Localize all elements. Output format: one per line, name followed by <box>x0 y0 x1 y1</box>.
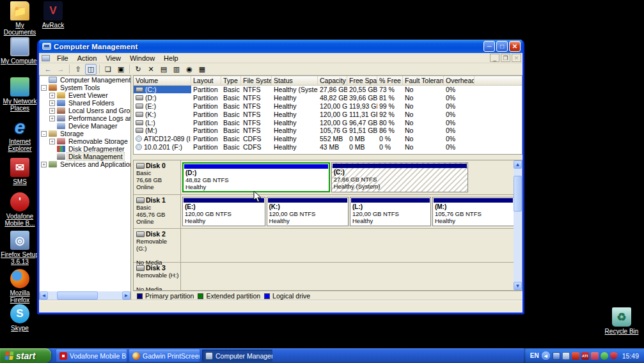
maximize-button[interactable]: □ <box>496 41 508 52</box>
tree-toggle[interactable]: + <box>49 108 55 114</box>
column-header-volume[interactable]: Volume <box>134 76 191 85</box>
column-header-layout[interactable]: Layout <box>191 76 221 85</box>
column-header-free-space[interactable]: Free Space <box>347 76 377 85</box>
desktop-icon-avrack[interactable]: VAvRack <box>33 1 73 29</box>
volume-row-aticd12-089-i[interactable]: ATICD12-089 (I:)PartitionBasicCDFSHealth… <box>134 135 522 143</box>
display-icon[interactable] <box>553 352 560 360</box>
partition-e[interactable]: (E:)120,00 GB NTFSHealthy <box>182 197 265 226</box>
delete-button[interactable]: ✕ <box>145 64 157 75</box>
volume-row-k[interactable]: (K:)PartitionBasicNTFSHealthy120,00 GB11… <box>134 110 522 118</box>
volume-row-e[interactable]: (E:)PartitionBasicNTFSHealthy120,00 GB11… <box>134 102 522 111</box>
column-header-type[interactable]: Type <box>221 76 241 85</box>
tree-toggle[interactable]: - <box>41 85 47 91</box>
desktop-icon-mozilla-firefox[interactable]: Mozilla Firefox <box>0 269 40 304</box>
tree-toggle[interactable]: + <box>41 162 47 167</box>
desktop-icon-vodafone-mobile[interactable]: 'Vodafone Mobile B... <box>0 192 40 227</box>
tree-item-disk-defragmenter[interactable]: Disk Defragmenter <box>40 145 130 153</box>
help-window-button[interactable]: ▦ <box>196 64 208 75</box>
open-button[interactable]: ▥ <box>171 64 182 75</box>
tree-item-device-manager[interactable]: Device Manager <box>40 122 130 130</box>
desktop-icon-skype[interactable]: SSkype <box>0 304 40 332</box>
volume-row-m[interactable]: (M:)PartitionBasicNTFSHealthy105,76 GB91… <box>134 127 522 135</box>
menu-help[interactable]: Help <box>159 54 183 63</box>
show-hide-console-tree-button[interactable]: ◫ <box>85 64 97 75</box>
menu-window[interactable]: Window <box>125 54 159 63</box>
skype-tray-icon[interactable] <box>601 352 608 360</box>
column-header-file-system[interactable]: File System <box>241 76 272 85</box>
desktop-icon-sms[interactable]: ✉SMS <box>0 158 40 185</box>
partition-d[interactable]: (D:)48,82 GB NTFSHealthy <box>182 162 330 192</box>
volume-row-l[interactable]: (L:)PartitionBasicNTFSHealthy120,00 GB96… <box>134 118 522 127</box>
desktop-icon-recycle-bin[interactable]: ♻Recycle Bin <box>602 307 641 335</box>
scroll-thumb[interactable] <box>57 291 98 300</box>
scroll-thumb[interactable] <box>514 176 522 212</box>
partition-c[interactable]: (C:)27,86 GB NTFSHealthy (System) <box>331 162 469 192</box>
find-button[interactable]: ◉ <box>184 64 195 75</box>
forward-button[interactable]: → <box>55 64 67 75</box>
disk-header-disk-0[interactable]: Disk 0Basic76,68 GBOnline <box>134 160 181 194</box>
tree-toggle[interactable]: + <box>49 93 55 98</box>
tree-item-storage[interactable]: -Storage <box>40 130 130 137</box>
child-restore-button[interactable]: ❐ <box>501 54 510 62</box>
close-button[interactable]: ✕ <box>509 41 521 52</box>
volume-row-10-0-201-f[interactable]: 10.0.201 (F:)PartitionBasicCDFSHealthy43… <box>134 143 522 151</box>
menu-action[interactable]: Action <box>73 54 102 63</box>
ati-tray-icon[interactable]: ATI <box>581 352 589 360</box>
tree-toggle[interactable]: - <box>41 131 47 137</box>
disk-header-disk-2[interactable]: Disk 2Removable (G:)No Media <box>134 229 181 262</box>
tree-root-item[interactable]: Computer Management (Local) <box>40 76 130 84</box>
scroll-down-arrow[interactable]: ▼ <box>514 282 522 290</box>
task-button-gadwin-printscreen-4[interactable]: Gadwin PrintScreen 4... <box>129 350 200 362</box>
scroll-right-arrow[interactable]: ► <box>122 291 130 300</box>
refresh-button[interactable]: ↻ <box>132 64 144 75</box>
task-button-computer-management[interactable]: Computer Management <box>202 350 272 362</box>
desktop-icon-my-computer[interactable]: My Computer <box>0 37 40 65</box>
window-titlebar[interactable]: Computer Management ─ □ ✕ <box>39 40 522 53</box>
partition-k[interactable]: (K:)120,00 GB NTFSHealthy <box>267 197 349 226</box>
new-window-button[interactable]: ▣ <box>115 64 127 75</box>
graphical-view-vertical-scrollbar[interactable]: ▲ ▼ <box>514 160 522 290</box>
tree-item-disk-management[interactable]: Disk Management <box>40 153 130 160</box>
back-button[interactable]: ← <box>42 64 54 75</box>
scroll-up-arrow[interactable]: ▲ <box>514 160 522 169</box>
tree-item-shared-folders[interactable]: +Shared Folders <box>40 99 130 107</box>
tree-toggle[interactable]: + <box>49 100 55 106</box>
tree-item-system-tools[interactable]: -System Tools <box>40 84 130 91</box>
tree-item-event-viewer[interactable]: +Event Viewer <box>40 91 130 99</box>
partition-m[interactable]: (M:)105,76 GB NTFSHealthy <box>432 197 514 226</box>
column-header-free[interactable]: % Free <box>377 76 403 85</box>
tree-item-performance-logs-and-alerts[interactable]: +Performance Logs and Alerts <box>40 114 130 122</box>
gadwin-tray-icon[interactable] <box>572 352 579 360</box>
language-indicator[interactable]: EN <box>530 352 539 359</box>
properties-page-button[interactable]: ❏ <box>102 64 114 75</box>
scroll-track[interactable] <box>48 291 122 300</box>
tree-toggle[interactable]: + <box>49 139 55 144</box>
volume-row-d[interactable]: (D:)PartitionBasicNTFSHealthy48,82 GB39,… <box>134 94 522 102</box>
child-minimize-button[interactable]: _ <box>490 54 499 62</box>
disk-header-disk-1[interactable]: Disk 1Basic465,76 GBOnline <box>134 195 181 228</box>
start-button[interactable]: start <box>0 348 51 363</box>
column-header-fault-tolerance[interactable]: Fault Tolerance <box>403 76 444 85</box>
network-status-icon[interactable] <box>591 352 599 360</box>
column-header-status[interactable]: Status <box>272 76 318 85</box>
up-one-level-button[interactable]: ⇧ <box>72 64 84 75</box>
tree-item-removable-storage[interactable]: +Removable Storage <box>40 137 130 145</box>
menu-view[interactable]: View <box>101 54 125 63</box>
scroll-left-arrow[interactable]: ◄ <box>40 291 48 300</box>
disk-header-disk-3[interactable]: Disk 3Removable (H:)No Media <box>134 263 181 290</box>
tree-toggle[interactable]: + <box>49 116 55 121</box>
tree-horizontal-scrollbar[interactable]: ◄ ► <box>40 291 130 300</box>
tree-item-services-and-applications[interactable]: +Services and Applications <box>40 160 130 168</box>
volume-row-c[interactable]: (C:)PartitionBasicNTFSHealthy (System)27… <box>134 86 522 94</box>
child-close-button[interactable]: ✕ <box>512 54 521 62</box>
hide-icons-chevron[interactable]: ◄ <box>542 351 550 360</box>
tree-item-local-users-and-groups[interactable]: +Local Users and Groups <box>40 107 130 114</box>
partition-l[interactable]: (L:)120,00 GB NTFSHealthy <box>350 197 431 226</box>
network-icon[interactable] <box>562 352 570 360</box>
column-header-capacity[interactable]: Capacity <box>318 76 347 85</box>
minimize-button[interactable]: ─ <box>483 41 495 52</box>
scroll-track[interactable] <box>514 169 522 282</box>
desktop-icon-firefox-setup[interactable]: ◎Firefox Setup 3.6.13 <box>0 231 40 265</box>
desktop-icon-internet-explorer[interactable]: eInternet Explorer <box>0 118 40 152</box>
column-header-overhead[interactable]: Overhead <box>444 76 475 85</box>
